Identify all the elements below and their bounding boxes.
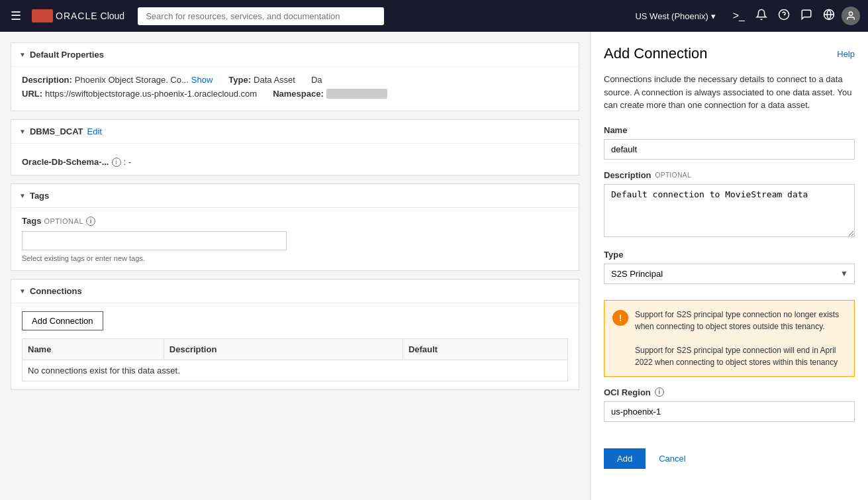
prop-type: Type: Data Asset: [228, 75, 295, 85]
prop-description: Description: Phoenix Object Storage. Co.…: [22, 75, 213, 85]
type-label: Type: [604, 250, 855, 260]
main-content: ▼ Default Properties Description: Phoeni…: [0, 32, 868, 500]
props-row-2: URL: https://swiftobjectstorage.us-phoen…: [22, 89, 568, 99]
tags-info-icon[interactable]: i: [86, 217, 95, 226]
oracle-text: ORACLE: [56, 11, 98, 21]
dbms-title: DBMS_DCAT: [30, 126, 83, 136]
oci-region-input[interactable]: [604, 401, 855, 422]
tags-title: Tags: [30, 191, 49, 201]
s2s-warning-box: ! Support for S2S principal type connect…: [604, 300, 855, 377]
search-input[interactable]: [138, 7, 384, 25]
namespace-value: ██████████: [326, 89, 387, 99]
name-field: Name: [604, 125, 855, 160]
nav-icon-group: >_: [729, 5, 860, 27]
left-panel: ▼ Default Properties Description: Phoeni…: [0, 32, 590, 500]
help-link[interactable]: Help: [837, 49, 855, 59]
name-label-text: Name: [604, 125, 627, 135]
tags-arrow-icon: ▼: [19, 192, 26, 199]
default-properties-section: ▼ Default Properties Description: Phoeni…: [11, 42, 579, 111]
region-selector[interactable]: US West (Phoenix) ▾: [630, 11, 720, 21]
type-field: Type S2S Principal OCI Credential No Aut…: [604, 250, 855, 284]
prop-da: Da: [311, 75, 322, 85]
cloud-shell-button[interactable]: >_: [729, 6, 749, 26]
oracle-red-logo: [32, 9, 53, 23]
name-label: Name: [604, 125, 855, 135]
connections-arrow-icon: ▼: [19, 287, 26, 295]
tags-body: Tags OPTIONAL i Select existing tags or …: [11, 208, 579, 270]
description-optional-label: OPTIONAL: [655, 172, 692, 179]
url-label: URL:: [22, 89, 42, 99]
tags-section: ▼ Tags Tags OPTIONAL i Select existing t…: [11, 183, 579, 271]
connections-title: Connections: [30, 286, 82, 296]
url-value: https://swiftobjectstorage.us-phoenix-1.…: [45, 89, 257, 99]
namespace-label: Namespace:: [273, 89, 324, 99]
connections-table-body: No connections exist for this data asset…: [23, 360, 568, 381]
cancel-button[interactable]: Cancel: [653, 448, 691, 469]
col-header-default: Default: [403, 339, 567, 360]
col-header-description: Description: [164, 339, 403, 360]
dbms-arrow-icon: ▼: [19, 128, 26, 135]
oci-region-info-icon[interactable]: i: [655, 387, 664, 397]
no-connections-cell: No connections exist for this data asset…: [23, 360, 568, 381]
hamburger-menu-button[interactable]: ☰: [8, 6, 24, 26]
dbms-header[interactable]: ▼ DBMS_DCAT Edit: [11, 120, 579, 144]
add-connection-drawer: Add Connection Help Connections include …: [590, 32, 868, 500]
description-field: Description OPTIONAL Default connection …: [604, 170, 855, 239]
default-properties-title: Default Properties: [30, 50, 104, 60]
oci-region-field: OCI Region i: [604, 387, 855, 422]
no-connections-text: No connections exist for this data asset…: [28, 366, 180, 375]
dbms-section: ▼ DBMS_DCAT Edit Oracle-Db-Schema-... i …: [11, 119, 579, 175]
drawer-footer: Add Cancel: [604, 438, 855, 469]
schema-info-icon[interactable]: i: [112, 158, 121, 167]
dbms-edit-link[interactable]: Edit: [87, 126, 102, 136]
default-properties-header[interactable]: ▼ Default Properties: [11, 43, 579, 67]
dbms-body: Oracle-Db-Schema-... i : -: [11, 144, 579, 175]
da-value: Da: [311, 75, 322, 85]
default-properties-body: Description: Phoenix Object Storage. Co.…: [11, 67, 579, 111]
description-label: Description:: [22, 75, 72, 85]
warning-text: Support for S2S principal type connectio…: [635, 309, 846, 368]
connections-table: Name Description Default No connections …: [22, 338, 568, 381]
schema-row: Oracle-Db-Schema-... i : -: [22, 157, 568, 167]
prop-url: URL: https://swiftobjectstorage.us-phoen…: [22, 89, 257, 99]
section-arrow-icon: ▼: [19, 51, 26, 58]
connections-section: ▼ Connections Add Connection Name Descri…: [11, 279, 579, 390]
connections-body: Add Connection Name Description Default …: [11, 303, 579, 389]
help-circle-button[interactable]: [774, 5, 794, 27]
warning-text-1: Support for S2S principal type connectio…: [635, 310, 839, 331]
connections-table-head: Name Description Default: [23, 339, 568, 360]
drawer-title: Add Connection: [604, 45, 708, 62]
tags-field-label: Tags: [22, 216, 41, 226]
tags-hint: Select existing tags or enter new tags.: [22, 254, 568, 262]
tags-header[interactable]: ▼ Tags: [11, 184, 579, 208]
description-label-text: Description: [604, 170, 651, 180]
tags-input[interactable]: [22, 231, 287, 250]
connections-header[interactable]: ▼ Connections: [11, 279, 579, 303]
region-chevron: ▾: [711, 11, 716, 21]
globe-button[interactable]: [819, 5, 839, 27]
name-input[interactable]: [604, 139, 855, 160]
props-row-1: Description: Phoenix Object Storage. Co.…: [22, 75, 568, 85]
cloud-text: Cloud: [101, 11, 125, 21]
no-connections-row: No connections exist for this data asset…: [23, 360, 568, 381]
add-button[interactable]: Add: [604, 448, 646, 469]
tags-label-row: Tags OPTIONAL i: [22, 216, 568, 226]
notifications-button[interactable]: [751, 5, 771, 27]
show-link[interactable]: Show: [191, 75, 213, 85]
warning-icon: !: [612, 310, 628, 326]
type-label-text: Type: [604, 250, 623, 260]
connections-table-header-row: Name Description Default: [23, 339, 568, 360]
type-select[interactable]: S2S Principal OCI Credential No Authenti…: [604, 264, 855, 284]
col-header-name: Name: [23, 339, 164, 360]
chat-button[interactable]: [796, 5, 816, 27]
region-label: US West (Phoenix): [635, 11, 708, 21]
warning-text-2: Support for S2S principal type connectio…: [635, 346, 838, 367]
oci-region-label-text: OCI Region: [604, 387, 651, 397]
user-avatar[interactable]: [842, 7, 860, 25]
tags-optional-label: OPTIONAL: [44, 217, 83, 225]
prop-namespace: Namespace: ██████████: [273, 89, 387, 99]
type-select-wrapper: S2S Principal OCI Credential No Authenti…: [604, 264, 855, 284]
add-connection-button[interactable]: Add Connection: [22, 311, 103, 330]
description-textarea[interactable]: Default connection to MovieStream data: [604, 184, 855, 237]
description-value: Phoenix Object Storage. Co...: [75, 75, 189, 85]
